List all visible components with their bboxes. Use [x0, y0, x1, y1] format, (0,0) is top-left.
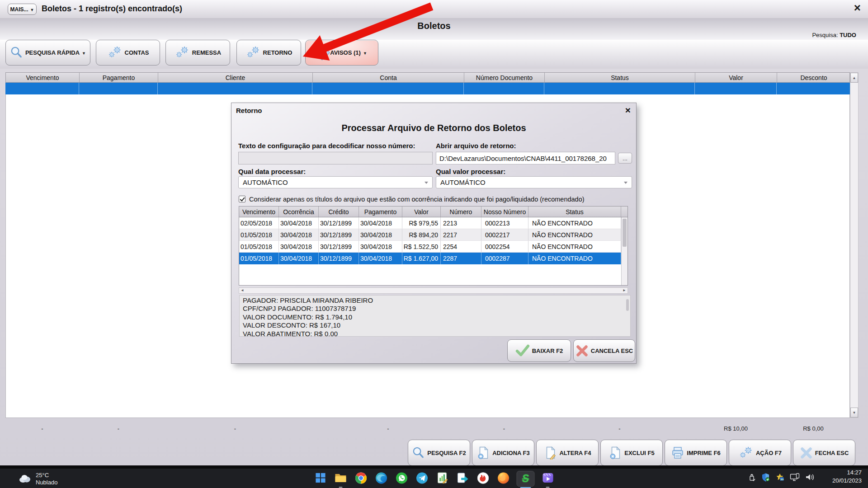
volume-icon[interactable] [805, 473, 815, 481]
grid-cell: 30/04/2018 [279, 241, 319, 252]
pesquisa-rapida-button[interactable]: PESQUISA RÁPIDA [5, 40, 90, 66]
taskbar-video-editor[interactable] [541, 472, 555, 486]
scrollbar-thumb[interactable] [626, 299, 629, 311]
magnifier-icon [412, 446, 425, 460]
summary-cell: - [464, 424, 544, 432]
grid-column-header[interactable]: Pagamento [359, 206, 402, 217]
column-header[interactable]: Cliente [158, 73, 313, 82]
column-header[interactable]: Valor [695, 73, 777, 82]
grid-row[interactable]: 01/05/201830/04/201830/12/189930/04/2018… [239, 253, 627, 264]
column-header[interactable]: Desconto [777, 73, 850, 82]
grid-cell: 30/04/2018 [279, 253, 319, 264]
column-header[interactable]: Vencimento [6, 73, 80, 82]
contas-button[interactable]: CONTAS [96, 40, 160, 66]
grid-column-header[interactable]: Ocorrência [279, 206, 319, 217]
taskbar-whatsapp[interactable] [395, 472, 409, 486]
column-header[interactable]: Pagamento [80, 73, 158, 82]
taskbar-erp-app[interactable]: S [517, 471, 535, 487]
doc-x-icon [609, 446, 622, 460]
scroll-right-icon[interactable]: ► [623, 288, 626, 293]
retorno-button[interactable]: RETORNO [236, 40, 301, 66]
fecha-button[interactable]: FECHA ESC [793, 440, 855, 466]
decode-config-input[interactable] [238, 152, 433, 164]
browse-file-button[interactable]: ... [618, 153, 632, 164]
dialog-close-button[interactable]: × [625, 105, 631, 116]
only-paid-checkbox[interactable] [239, 196, 245, 202]
grid-vertical-scrollbar[interactable] [621, 217, 627, 285]
selected-row-cell [5, 83, 79, 94]
erp-icon: S [522, 473, 529, 485]
return-file-input[interactable]: D:\DevLazarus\Documentos\CNAB\4411_00178… [436, 152, 615, 164]
security-icon[interactable] [761, 473, 770, 482]
taskbar-file-explorer[interactable] [334, 472, 348, 486]
grid-row[interactable]: 01/05/201830/04/201830/12/189930/04/2018… [239, 229, 627, 241]
adiciona-button[interactable]: ADICIONA F3 [472, 440, 534, 466]
scroll-left-icon[interactable]: ◄ [241, 288, 244, 293]
baixar-button[interactable]: BAIXAR F2 [507, 339, 571, 362]
taskbar-edge[interactable] [374, 472, 389, 486]
details-line: VALOR DOCUMENTO: R$ 1.794,10 [243, 313, 627, 321]
scroll-up-icon[interactable]: ▲ [850, 73, 858, 83]
taskbar-telegram[interactable] [415, 472, 429, 486]
telegram-icon [416, 472, 428, 486]
win-icon [315, 472, 326, 485]
action-button-label: ALTERA F4 [559, 450, 591, 456]
grid-cell: 30/04/2018 [359, 241, 402, 252]
grid-column-header[interactable]: Status [528, 206, 621, 217]
grid-row[interactable]: 01/05/201830/04/201830/12/189930/04/2018… [239, 241, 627, 253]
cancela-button[interactable]: CANCELA ESC [573, 339, 635, 362]
imprime-button[interactable]: IMPRIME F6 [665, 440, 727, 466]
scrollbar-thumb[interactable] [623, 219, 627, 247]
payer-details-box[interactable]: PAGADOR: PRISCILA MIRANDA RIBEIROCPF/CNP… [239, 295, 631, 337]
mais-button[interactable]: MAIS... [8, 4, 37, 15]
acao-button[interactable]: AÇÃO F7 [729, 440, 791, 466]
grid-cell: NÃO ENCONTRADO [528, 241, 621, 252]
main-table-scrollbar[interactable]: ▲ ▼ [850, 72, 859, 418]
action-button-label: AÇÃO F7 [756, 450, 782, 456]
column-header[interactable]: Número Documento [464, 73, 545, 82]
grid-column-header[interactable]: Número [441, 206, 481, 217]
taskbar-share-app[interactable] [456, 472, 470, 486]
summary-cell: - [544, 424, 695, 432]
remessa-button[interactable]: REMESSA [165, 40, 230, 66]
taskbar-report-app[interactable] [435, 472, 450, 486]
taskbar-firefox[interactable] [496, 472, 511, 486]
search-scope-value: TUDO [840, 32, 856, 38]
weather-widget[interactable]: 25°CNublado [18, 472, 57, 486]
selected-row-cell [695, 83, 777, 94]
grid-row[interactable]: 02/05/201830/04/201830/12/189930/04/2018… [239, 217, 627, 229]
exclui-button[interactable]: EXCLUI F5 [600, 440, 663, 466]
grid-column-header[interactable]: Valor [402, 206, 441, 217]
gears-icon [107, 46, 123, 60]
taskbar-clock[interactable]: 14:27 20/01/2023 [832, 469, 862, 485]
grid-cell: R$ 1.627,00 [402, 253, 441, 264]
main-table-selected-row[interactable] [5, 83, 850, 94]
photos-icon[interactable] [775, 473, 784, 482]
details-line: VALOR DESCONTO: R$ 167,10 [243, 321, 627, 329]
column-header[interactable]: Status [545, 73, 695, 82]
grid-column-header[interactable]: Vencimento [239, 206, 279, 217]
doc-pencil-icon [543, 446, 557, 460]
process-value-select[interactable]: AUTOMÁTICO [436, 176, 632, 188]
grid-column-header[interactable]: Crédito [319, 206, 359, 217]
column-header[interactable]: Conta [313, 73, 464, 82]
return-file-label: Abrir arquivo de retorno: [436, 142, 516, 150]
avisos-label: AVISOS (1) [330, 49, 361, 56]
avisos-button[interactable]: ! AVISOS (1) [305, 40, 378, 66]
grid-horizontal-scrollbar[interactable]: ◄ ► [239, 287, 628, 294]
action-button-label: IMPRIME F6 [687, 450, 720, 456]
usb-icon[interactable] [748, 473, 756, 482]
grid-cell: NÃO ENCONTRADO [528, 253, 621, 264]
pesquisa-button[interactable]: PESQUISA F2 [408, 440, 470, 466]
process-date-select[interactable]: AUTOMÁTICO [238, 176, 433, 188]
payer-details-text: PAGADOR: PRISCILA MIRANDA RIBEIROCPF/CNP… [240, 296, 630, 337]
taskbar-firebird[interactable] [476, 472, 491, 486]
grid-column-header[interactable]: Nosso Número [481, 206, 528, 217]
taskbar-chrome[interactable] [354, 472, 368, 486]
taskbar-start[interactable] [313, 472, 328, 486]
grid-cell: NÃO ENCONTRADO [528, 229, 621, 240]
window-close-button[interactable]: × [854, 1, 861, 14]
altera-button[interactable]: ALTERA F4 [536, 440, 599, 466]
scroll-down-icon[interactable]: ▼ [850, 408, 858, 418]
display-icon[interactable] [790, 473, 800, 482]
